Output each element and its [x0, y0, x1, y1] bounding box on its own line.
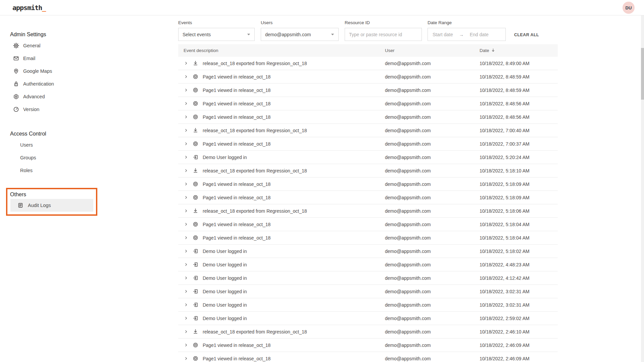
chevron-right-icon[interactable]	[184, 88, 188, 92]
sidebar-item-version[interactable]: Version	[10, 103, 178, 116]
map-pin-icon	[13, 68, 19, 74]
table-row[interactable]: Demo User logged indemo@appsmith.com10/1…	[178, 312, 558, 325]
chevron-right-icon[interactable]	[184, 169, 188, 172]
chevron-right-icon[interactable]	[184, 75, 188, 79]
sidebar-item-label: Audit Logs	[28, 203, 51, 208]
table-row[interactable]: Demo User logged indemo@appsmith.com10/1…	[178, 258, 558, 271]
chevron-right-icon[interactable]	[184, 142, 188, 146]
user-cell: demo@appsmith.com	[385, 114, 480, 120]
event-description-cell: Page1 viewed in release_oct_18	[178, 342, 385, 348]
sidebar-item-roles[interactable]: Roles	[10, 164, 178, 177]
table-row[interactable]: Page1 viewed in release_oct_18demo@appsm…	[178, 352, 558, 362]
date-cell: 10/18/2022, 5:18:04 AM	[480, 222, 558, 227]
user-cell: demo@appsmith.com	[385, 235, 480, 241]
table-row[interactable]: Demo User logged indemo@appsmith.com10/1…	[178, 245, 558, 258]
table-row[interactable]: Page1 viewed in release_oct_18demo@appsm…	[178, 97, 558, 110]
table-row[interactable]: release_oct_18 exported from Regression_…	[178, 325, 558, 339]
eye-icon	[193, 195, 198, 200]
event-description-text: Page1 viewed in release_oct_18	[203, 141, 270, 147]
table-row[interactable]: Page1 viewed in release_oct_18demo@appsm…	[178, 191, 558, 204]
table-row[interactable]: Page1 viewed in release_oct_18demo@appsm…	[178, 231, 558, 245]
table-row[interactable]: release_oct_18 exported from Regression_…	[178, 124, 558, 137]
event-description-text: Page1 viewed in release_oct_18	[203, 195, 270, 200]
chevron-right-icon[interactable]	[184, 128, 188, 132]
sidebar-item-general[interactable]: General	[10, 39, 178, 52]
sidebar-item-authentication[interactable]: Authentication	[10, 77, 178, 90]
resource-id-input[interactable]	[345, 28, 422, 41]
users-select[interactable]: demo@appsmith.com	[261, 28, 339, 41]
scrollbar-thumb[interactable]	[641, 48, 644, 100]
mail-icon	[13, 55, 19, 61]
user-cell: demo@appsmith.com	[385, 356, 480, 361]
table-row[interactable]: Page1 viewed in release_oct_18demo@appsm…	[178, 70, 558, 84]
clear-all-button[interactable]: CLEAR ALL	[514, 33, 539, 37]
table-row[interactable]: Page1 viewed in release_oct_18demo@appsm…	[178, 218, 558, 231]
chevron-right-icon[interactable]	[184, 357, 188, 360]
chevron-right-icon[interactable]	[184, 249, 188, 253]
user-cell: demo@appsmith.com	[385, 316, 480, 321]
table-row[interactable]: release_oct_18 exported from Regression_…	[178, 164, 558, 177]
section-title-admin-settings: Admin Settings	[10, 31, 178, 38]
event-description-cell: release_oct_18 exported from Regression_…	[178, 127, 385, 133]
login-icon	[193, 315, 198, 321]
chevron-right-icon[interactable]	[184, 303, 188, 307]
sidebar-item-users[interactable]: Users	[10, 139, 178, 151]
events-select[interactable]: Select events	[178, 28, 255, 41]
events-select-value: Select events	[183, 32, 211, 37]
chevron-right-icon[interactable]	[184, 263, 188, 266]
event-description-cell: Demo User logged in	[178, 154, 385, 160]
user-cell: demo@appsmith.com	[385, 61, 480, 66]
sidebar-item-google-maps[interactable]: Google Maps	[10, 65, 178, 77]
eye-icon	[193, 342, 198, 348]
event-description-text: Page1 viewed in release_oct_18	[203, 235, 270, 241]
user-cell: demo@appsmith.com	[385, 182, 480, 187]
table-row[interactable]: Page1 viewed in release_oct_18demo@appsm…	[178, 110, 558, 124]
chevron-right-icon[interactable]	[184, 343, 188, 347]
user-cell: demo@appsmith.com	[385, 249, 480, 254]
sidebar-item-groups[interactable]: Groups	[10, 151, 178, 164]
chevron-down-icon	[331, 34, 334, 36]
table-row[interactable]: release_oct_18 exported from Regression_…	[178, 57, 558, 70]
chevron-right-icon[interactable]	[184, 102, 188, 105]
appsmith-logo[interactable]: appsmith_	[12, 4, 46, 12]
chevron-right-icon[interactable]	[184, 316, 188, 320]
gear-icon	[13, 43, 19, 49]
table-row[interactable]: Demo User logged indemo@appsmith.com10/1…	[178, 285, 558, 298]
event-description-cell: Page1 viewed in release_oct_18	[178, 114, 385, 120]
table-row[interactable]: Page1 viewed in release_oct_18demo@appsm…	[178, 137, 558, 151]
user-cell: demo@appsmith.com	[385, 275, 480, 281]
login-icon	[193, 275, 198, 281]
table-row[interactable]: release_oct_18 exported from Regression_…	[178, 204, 558, 218]
sidebar-item-advanced[interactable]: Advanced	[10, 90, 178, 103]
user-cell: demo@appsmith.com	[385, 289, 480, 294]
table-row[interactable]: Demo User logged indemo@appsmith.com10/1…	[178, 151, 558, 164]
table-row[interactable]: Demo User logged indemo@appsmith.com10/1…	[178, 298, 558, 312]
date-range-picker[interactable]: Start date → End date	[428, 28, 506, 41]
table-row[interactable]: Page1 viewed in release_oct_18demo@appsm…	[178, 339, 558, 352]
chevron-right-icon[interactable]	[184, 222, 188, 226]
table-row[interactable]: Page1 viewed in release_oct_18demo@appsm…	[178, 84, 558, 97]
chevron-right-icon[interactable]	[184, 61, 188, 65]
audit-log-icon	[17, 202, 23, 208]
event-description-cell: release_oct_18 exported from Regression_…	[178, 208, 385, 214]
sidebar-item-audit-logs[interactable]: Audit Logs	[10, 199, 93, 212]
chevron-right-icon[interactable]	[184, 209, 188, 213]
table-row[interactable]: Page1 viewed in release_oct_18demo@appsm…	[178, 177, 558, 191]
chevron-right-icon[interactable]	[184, 276, 188, 280]
chevron-right-icon[interactable]	[184, 196, 188, 199]
user-avatar[interactable]: DU	[623, 2, 635, 14]
chevron-right-icon[interactable]	[184, 330, 188, 333]
eye-icon	[193, 221, 198, 227]
column-header-user: User	[385, 48, 480, 53]
date-cell: 10/18/2022, 3:02:31 AM	[480, 302, 558, 308]
chevron-right-icon[interactable]	[184, 155, 188, 159]
chevron-right-icon[interactable]	[184, 115, 188, 119]
column-header-date[interactable]: Date	[480, 48, 558, 53]
chevron-right-icon[interactable]	[184, 182, 188, 186]
table-row[interactable]: Demo User logged indemo@appsmith.com10/1…	[178, 271, 558, 285]
sidebar-item-email[interactable]: Email	[10, 52, 178, 65]
event-description-cell: Page1 viewed in release_oct_18	[178, 195, 385, 200]
chevron-right-icon[interactable]	[184, 236, 188, 240]
page-scrollbar	[641, 15, 644, 362]
chevron-right-icon[interactable]	[184, 290, 188, 293]
